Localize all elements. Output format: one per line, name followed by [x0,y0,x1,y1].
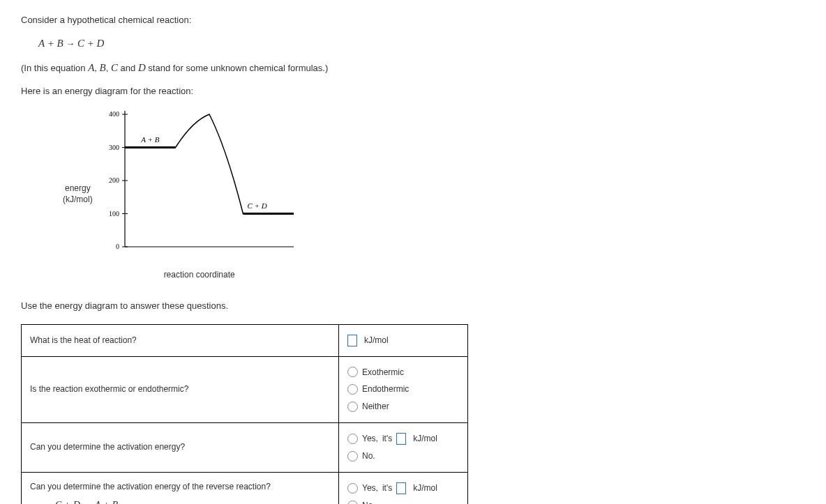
svg-text:200: 200 [109,176,119,184]
q1-text: What is the heat of reaction? [22,324,339,356]
q4-text: Can you determine the activation energy … [22,472,339,504]
svg-text:100: 100 [109,210,119,217]
number-input[interactable] [396,433,406,445]
svg-text:300: 300 [109,144,119,151]
q3-opt-yes[interactable]: Yes, it's kJ/mol [347,430,459,448]
intro-text-2: (In this equation A, B, C and D stand fo… [21,61,805,75]
radio-icon[interactable] [347,451,358,461]
q3-text: Can you determine the activation energy? [22,422,339,472]
q2-opt-neither[interactable]: Neither [347,398,459,415]
chart-svg: 0100200300400A + BC + D [98,107,301,261]
reaction-equation: A + B → C + D [21,36,805,51]
reverse-equation: C + D → A + B [30,498,330,504]
number-input[interactable] [347,335,357,346]
intro-text: Consider a hypothetical chemical reactio… [21,14,805,26]
q4-opt-yes[interactable]: Yes, it's kJ/mol [347,480,459,497]
y-axis-label: energy (kJ/mol) [63,183,98,206]
svg-text:400: 400 [109,110,119,118]
svg-text:A + B: A + B [140,135,159,144]
q3-opt-no[interactable]: No. [347,448,459,465]
radio-icon[interactable] [347,501,358,504]
q2-opt-exothermic[interactable]: Exothermic [347,364,459,381]
radio-icon[interactable] [347,434,358,444]
q2-opt-endothermic[interactable]: Endothermic [347,381,459,398]
energy-diagram: energy (kJ/mol) 0100200300400A + BC + D … [63,107,805,280]
q2-text: Is the reaction exothermic or endothermi… [22,356,339,422]
radio-icon[interactable] [347,483,358,494]
radio-icon[interactable] [347,402,358,412]
number-input[interactable] [396,482,406,494]
q1-answer[interactable]: kJ/mol [347,332,459,349]
questions-table: What is the heat of reaction? kJ/mol Is … [21,324,468,504]
x-axis-label: reaction coordinate [98,269,301,281]
intro-text-3: Here is an energy diagram for the reacti… [21,85,805,98]
instructions: Use the energy diagram to answer these q… [21,300,805,312]
radio-icon[interactable] [347,367,358,377]
svg-text:0: 0 [116,243,119,250]
q4-opt-no[interactable]: No. [347,497,459,504]
svg-text:C + D: C + D [247,201,266,210]
radio-icon[interactable] [347,384,358,395]
